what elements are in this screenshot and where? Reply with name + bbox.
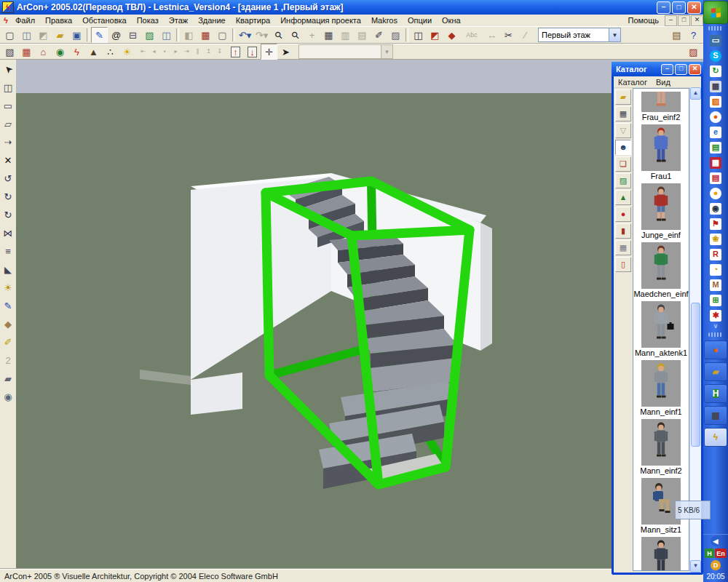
brush-icon[interactable]: ✐ — [0, 334, 16, 350]
taskbar-grip-2[interactable] — [708, 332, 723, 337]
scroll-up-icon[interactable]: ▲ — [690, 87, 701, 100]
agent-ball-icon[interactable]: ● — [708, 186, 724, 201]
object-thumbnail[interactable] — [641, 242, 681, 289]
email-icon[interactable]: @ — [108, 27, 124, 43]
zoom-magnifier-icon[interactable]: ⚲ — [270, 27, 287, 43]
catalog-item-Mann1[interactable]: Mann1 — [633, 537, 689, 571]
object-groups-icon[interactable]: ❏ — [615, 156, 631, 172]
display-properties-icon[interactable]: ▭ — [708, 33, 724, 48]
doors-icon[interactable]: ▮ — [615, 223, 631, 239]
document-red-icon[interactable]: ▤ — [708, 170, 724, 186]
export-view-icon[interactable]: ▨ — [685, 44, 702, 60]
light-lamp-icon[interactable]: ☀ — [0, 279, 16, 295]
texture-sphere-icon[interactable]: ◉ — [0, 388, 16, 404]
menu-item-4[interactable]: Этаж — [164, 15, 193, 25]
catalog-menu-katalog[interactable]: Каталог — [614, 78, 652, 87]
export-image-icon[interactable]: ▨ — [141, 27, 158, 43]
sun-position-icon[interactable]: ☀ — [119, 44, 135, 60]
floor-selector[interactable]: Первый этаж ▼ — [538, 28, 621, 42]
maximize-button[interactable]: □ — [672, 1, 686, 14]
roof-tool-icon[interactable]: ◩ — [427, 27, 443, 43]
hatch-icon[interactable]: ▨ — [387, 27, 404, 43]
scrollbar-thumb[interactable] — [691, 303, 700, 447]
taskbar-grip[interactable] — [708, 26, 723, 31]
open-project-icon[interactable]: ▰ — [52, 27, 68, 43]
undo-icon[interactable]: ↶▾ — [237, 27, 253, 43]
star-red-icon[interactable]: ✱ — [708, 308, 724, 323]
object-thumbnail[interactable] — [641, 92, 681, 112]
win-flag-icon[interactable]: ⊞ — [708, 292, 724, 308]
refresh-green-icon[interactable]: ↻ — [708, 63, 724, 79]
building-icon[interactable]: ▦ — [615, 240, 631, 255]
catalog-scrollbar[interactable]: ▲ ▼ — [689, 87, 701, 573]
object-thumbnail[interactable] — [641, 124, 681, 171]
ladybug-icon[interactable]: ● — [615, 207, 631, 222]
start-button[interactable] — [703, 1, 728, 24]
catalog-item-Junge_einf[interactable]: Junge_einf — [633, 183, 689, 239]
viewport-3d[interactable] — [16, 60, 703, 569]
print-icon[interactable]: ⊟ — [124, 27, 141, 43]
paint-bucket-icon[interactable]: ◆ — [0, 316, 16, 332]
furnish-room-icon[interactable]: ⌂ — [35, 44, 52, 60]
raytrace-lightning-icon[interactable]: ϟ — [68, 44, 85, 60]
tile-colors-icon[interactable]: ▦ — [18, 44, 35, 60]
cut-figure-icon[interactable]: ✂ — [500, 27, 517, 43]
image-viewer-icon[interactable]: ▨ — [708, 94, 724, 109]
align-list-icon[interactable]: ≡ — [0, 243, 16, 259]
tray-h-icon[interactable]: H — [705, 549, 714, 558]
split-window-icon[interactable]: ◫ — [410, 27, 427, 43]
objects-people-icon[interactable]: ☻ — [615, 140, 631, 155]
measure-pen-icon[interactable]: ✎ — [0, 298, 16, 314]
transform-icon[interactable]: ▱ — [0, 116, 16, 132]
roof-edit-icon[interactable]: ◆ — [443, 27, 460, 43]
object-thumbnail[interactable] — [641, 537, 681, 571]
chevron-down-icon[interactable]: ▼ — [609, 28, 620, 41]
zoom-section-icon[interactable]: ▧ — [1, 44, 18, 60]
catalog-close-button[interactable]: ✕ — [689, 64, 701, 75]
object-thumbnail[interactable] — [641, 419, 681, 466]
catalog-minimize-button[interactable]: – — [661, 64, 673, 75]
catalog-grid-icon[interactable]: ▦ — [615, 106, 631, 121]
catalog-titlebar[interactable]: Каталог – □ ✕ — [612, 62, 703, 76]
notes-green-icon[interactable]: ▤ — [708, 140, 724, 155]
menu-item-0[interactable]: Файл — [10, 15, 40, 25]
mirror-icon[interactable]: ⋈ — [0, 225, 16, 241]
save-project-icon[interactable]: ▣ — [68, 27, 85, 43]
object-thumbnail[interactable] — [641, 360, 681, 407]
task-arcon-icon[interactable]: ϟ — [704, 428, 727, 447]
select-area-icon[interactable]: ▭ — [0, 97, 16, 113]
catalog-item-Maedchen_einf[interactable]: Maedchen_einf — [633, 242, 689, 298]
catalog-maximize-button[interactable]: □ — [675, 64, 687, 75]
menu-item-9[interactable]: Опции — [403, 15, 437, 25]
menu-item-3[interactable]: Показ — [132, 15, 164, 25]
move-grid-icon[interactable]: ⇢ — [0, 134, 16, 150]
calculator-icon[interactable]: ▦ — [708, 79, 724, 94]
ink-eraser-icon[interactable]: ✐ — [371, 27, 387, 43]
nav-pad-icon[interactable]: ✛ — [261, 44, 277, 60]
rotate-90-left-icon[interactable]: ↺ — [0, 170, 16, 186]
catalog-item-Mann_einf2[interactable]: Mann_einf2 — [633, 419, 689, 475]
new-document-icon[interactable]: ▢ — [1, 27, 18, 43]
elevator-up-icon[interactable]: ↑ — [227, 44, 244, 60]
walk-footprints-icon[interactable]: ∴ — [102, 44, 119, 60]
clock-app-icon[interactable]: ◔ — [708, 262, 724, 277]
close-button[interactable]: ✕ — [687, 1, 701, 14]
minimize-button[interactable]: – — [657, 1, 670, 14]
object-thumbnail[interactable] — [641, 301, 681, 348]
firefox-icon[interactable]: ● — [708, 109, 724, 124]
quicklaunch-chevron-icon[interactable]: ∨ — [713, 323, 719, 330]
child-restore-button[interactable]: □ — [678, 15, 690, 26]
elevator-down-icon[interactable]: ↓ — [244, 44, 261, 60]
eraser-icon[interactable]: ▰ — [0, 370, 16, 386]
walk-mode-arrow-icon[interactable]: ➤ — [277, 44, 294, 60]
rotate-90-right-icon[interactable]: ↻ — [0, 188, 16, 204]
context-help-icon[interactable]: ? — [685, 27, 702, 43]
media-red-icon[interactable]: ▦ — [708, 155, 724, 170]
menu-item-5[interactable]: Здание — [193, 15, 231, 25]
child-close-button[interactable]: ✕ — [691, 15, 703, 26]
catalog-menu-vid[interactable]: Вид — [652, 78, 675, 87]
m-app-icon[interactable]: M — [708, 277, 724, 292]
tray-lang-icon[interactable]: En — [715, 549, 727, 558]
gold-flower-icon[interactable]: ❀ — [708, 231, 724, 247]
menu-item-1[interactable]: Правка — [40, 15, 77, 25]
